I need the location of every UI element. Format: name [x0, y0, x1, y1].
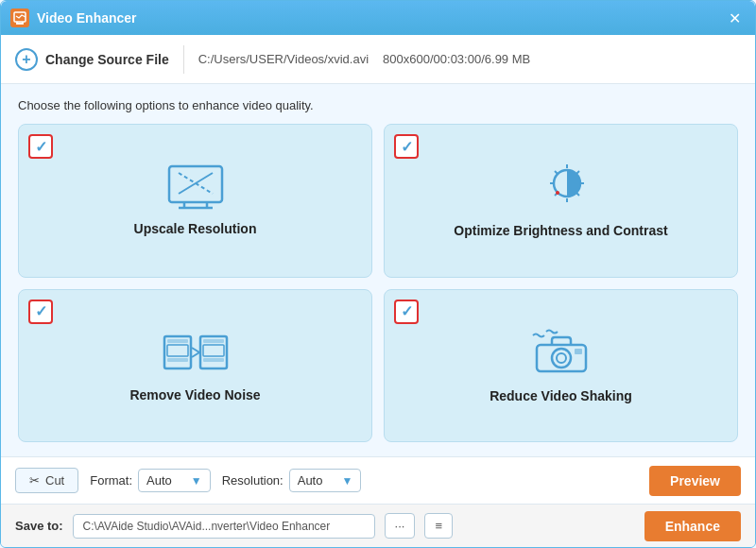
svg-rect-29: [575, 349, 582, 354]
sun-icon: [531, 163, 592, 212]
monitor-icon: [165, 164, 226, 210]
title-bar-left: Video Enhancer: [10, 9, 137, 27]
option-upscale-label: Upscale Resolution: [134, 221, 257, 236]
resolution-group: Resolution: Auto ▼: [222, 469, 362, 492]
bottom-toolbar: ✂ Cut Format: Auto ▼ Resolution: Auto ▼ …: [1, 456, 755, 504]
plus-circle-icon: +: [15, 48, 38, 71]
resolution-label: Resolution:: [222, 473, 284, 488]
film-icon: [163, 329, 229, 376]
format-label: Format:: [90, 473, 132, 488]
app-title: Video Enhancer: [37, 10, 137, 26]
svg-line-13: [576, 171, 579, 174]
header-divider: [183, 45, 184, 74]
save-browse-button[interactable]: ···: [385, 513, 416, 539]
checkbox-brightness[interactable]: [394, 134, 419, 159]
header-bar: + Change Source File C:/Users/USER/Video…: [1, 35, 755, 84]
cut-label: Cut: [45, 473, 64, 488]
main-content: Choose the following options to enhance …: [1, 84, 755, 456]
svg-rect-23: [203, 339, 224, 343]
svg-rect-20: [167, 345, 188, 356]
format-group: Format: Auto ▼: [90, 469, 210, 492]
svg-point-28: [557, 353, 566, 363]
svg-rect-24: [203, 345, 224, 356]
save-path-input[interactable]: [73, 514, 375, 539]
resolution-value: Auto: [298, 473, 323, 488]
option-brightness[interactable]: Optimize Brightness and Contrast: [384, 124, 738, 278]
checkbox-shaking[interactable]: [394, 300, 419, 324]
title-bar: Video Enhancer ✕: [1, 1, 755, 35]
scissors-icon: ✂: [29, 473, 40, 488]
checkbox-upscale[interactable]: [28, 134, 53, 159]
camera-icon: [531, 328, 592, 377]
svg-line-16: [555, 171, 558, 174]
format-dropdown-arrow: ▼: [191, 474, 202, 488]
save-folder-button[interactable]: ≡: [424, 513, 453, 539]
resolution-dropdown-arrow: ▼: [341, 474, 352, 488]
instructions-text: Choose the following options to enhance …: [18, 98, 738, 112]
resolution-dropdown[interactable]: Auto ▼: [289, 469, 362, 492]
format-value: Auto: [146, 473, 172, 488]
svg-line-15: [576, 193, 579, 196]
checkbox-noise[interactable]: [28, 300, 53, 324]
svg-point-17: [556, 191, 559, 195]
svg-point-27: [552, 349, 571, 368]
option-shaking-label: Reduce Video Shaking: [490, 388, 632, 403]
option-noise-label: Remove Video Noise: [129, 387, 260, 402]
save-to-label: Save to:: [15, 519, 63, 533]
cut-button[interactable]: ✂ Cut: [15, 468, 78, 493]
change-source-label: Change Source File: [45, 52, 169, 67]
option-upscale[interactable]: Upscale Resolution: [18, 124, 372, 278]
enhance-button[interactable]: Enhance: [644, 511, 741, 541]
file-path: C:/Users/USER/Videos/xvid.avi: [198, 52, 369, 66]
preview-button[interactable]: Preview: [649, 466, 741, 496]
options-grid: Upscale Resolution: [18, 124, 738, 442]
svg-rect-19: [167, 339, 188, 343]
format-dropdown[interactable]: Auto ▼: [138, 469, 211, 492]
svg-rect-21: [167, 358, 188, 362]
save-bar: Save to: ··· ≡ Enhance: [1, 504, 755, 547]
close-button[interactable]: ✕: [723, 7, 746, 29]
option-shaking[interactable]: Reduce Video Shaking: [384, 289, 738, 443]
app-icon: [10, 9, 29, 27]
option-noise[interactable]: Remove Video Noise: [18, 289, 372, 443]
change-source-button[interactable]: + Change Source File: [15, 48, 169, 71]
svg-rect-25: [203, 358, 224, 362]
option-brightness-label: Optimize Brightness and Contrast: [454, 223, 667, 238]
file-meta: 800x600/00:03:00/6.99 MB: [383, 52, 530, 66]
